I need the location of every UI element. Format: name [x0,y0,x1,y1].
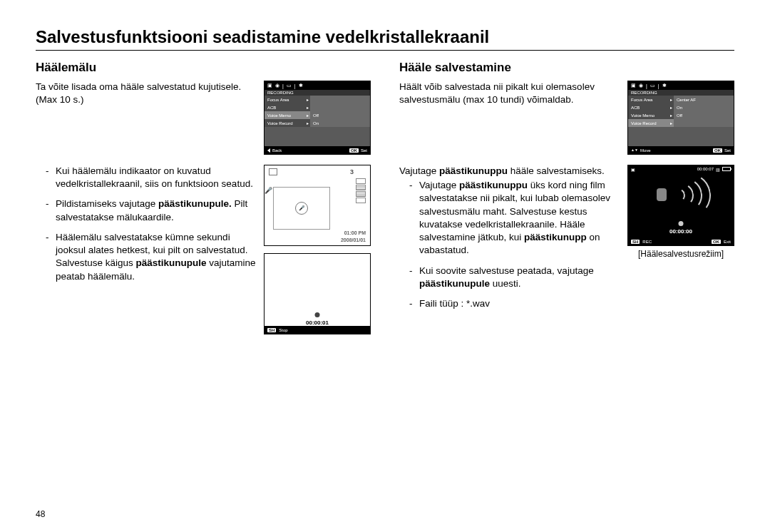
list-item: Vajutage päästikunuppu üks kord ning fil… [409,179,620,257]
menu-row: ACB▸On [628,103,734,111]
figure-caption: [Häälesalvestusrežiim] [638,249,724,259]
body-row-right: Vajutage päästikunuppu hääle salvestamis… [399,165,734,317]
menu-row: ACB▸ [265,103,370,111]
col-right: Hääle salvestamine Häält võib salvestada… [399,61,734,334]
lcd-top-icons: ▣ ◉ | ▭ | ✱ [628,81,734,90]
microphone-icon [657,188,667,201]
date-label: 2008/01/01 [341,237,366,242]
page-number: 48 [36,509,45,519]
lcd-footer: Back OKSet [265,146,370,154]
list-item: Häälemälu salvestatakse kümne sekundi jo… [46,231,257,283]
mode-icon [269,168,277,175]
gear-icon: ✱ [662,83,667,88]
battery-icon [722,167,731,171]
card-icon: ▥ [716,167,720,172]
elapsed-time: 00:00:07 [697,167,714,171]
lcd-menu-right: ▣ ◉ | ▭ | ✱ RECORDING Focus Area▸Center … [627,81,734,155]
intro-row-left: Ta võite lisada oma hääle salvestatud ku… [36,81,371,155]
timer-label: 00:00:00 [628,228,734,235]
shot-count: 3 [350,168,354,175]
lcd-menu-left: ▣ ◉ | ▭ | ✱ RECORDING Focus Area▸ ACB▸ V… [264,81,371,155]
menu-row-selected: Voice Record▸ [628,119,734,127]
sound-icon: ◉ [275,83,279,88]
lcd-recording: 00:00:01 SH Stop [264,253,371,334]
book-icon: ▭ [650,83,655,88]
rec-label: REC [642,240,652,244]
rec-mode-icon: ▣ [631,167,635,172]
back-icon [267,148,270,153]
quality-icons [356,178,366,204]
sound-icon: ◉ [639,83,643,88]
list-item: Pildistamiseks vajutage päästikunupule. … [46,198,257,223]
stop-label: Stop [279,328,287,332]
lcd-top-status: ▣ 00:00:07 ▥ [628,165,734,173]
list-item: Kui soovite salvestuse peatada, vajutage… [409,265,620,290]
sh-icon: SH [267,328,276,332]
menu-row: Voice Memo▸Off [628,111,734,119]
time-label: 01:00 PM [344,230,366,235]
ok-icon: OK [712,240,721,244]
menu-row-selected: Voice Memo▸Off [265,111,370,119]
heading-voice-record: Hääle salvestamine [399,61,734,75]
intro-text-right: Häält võib salvestada nii pikalt kui ole… [399,81,620,106]
ok-icon: OK [349,148,359,153]
body-row-left: Kui häälemälu indikaator on kuvatud vede… [36,165,371,334]
voice-icon: 🎤 [295,202,308,215]
lcd-voice-recording: ▣ 00:00:07 ▥ 00:00:00 SH [627,165,734,246]
menu-row: Focus Area▸ [265,96,370,103]
lcd-section-title: RECORDING [265,90,370,96]
ok-icon: OK [713,148,722,153]
camera-icon: ▣ [631,83,636,88]
gear-icon: ✱ [299,83,303,88]
move-icon: ▲▼ [631,149,638,151]
lcd-preview: 3 🎤 🎤 01:00 PM 2008/01/01 [264,165,371,246]
bullet-list-left: Kui häälemälu indikaator on kuvatud vede… [36,165,257,283]
columns: Häälemälu Ta võite lisada oma hääle salv… [36,61,734,334]
lead-text: Vajutage päästikunuppu hääle salvestamis… [399,165,620,178]
sh-icon: SH [631,240,640,244]
lcd-footer: SH Stop [265,326,370,334]
body-text-left: Kui häälemälu indikaator on kuvatud vede… [36,165,257,290]
record-dot-icon [679,221,684,226]
page-title: Salvestusfunktsiooni seadistamine vedelk… [36,27,734,47]
lcd-footer: SH REC OK Exit [628,237,734,245]
focus-frame: 🎤 [273,187,330,230]
intro-row-right: Häält võib salvestada nii pikalt kui ole… [399,81,734,155]
record-dot-icon [315,312,320,317]
body-text-right: Vajutage päästikunuppu hääle salvestamis… [399,165,620,317]
list-item: Faili tüüp : *.wav [409,297,620,310]
heading-voice-memo: Häälemälu [36,61,371,75]
menu-row: Focus Area▸Center AF [628,96,734,103]
bullet-list-right: Vajutage päästikunuppu üks kord ning fil… [399,179,620,310]
camera-icon: ▣ [267,83,272,88]
intro-text-left: Ta võite lisada oma hääle salvestatud ku… [36,81,257,106]
book-icon: ▭ [287,83,292,88]
col-left: Häälemälu Ta võite lisada oma hääle salv… [36,61,371,334]
exit-label: Exit [724,240,731,244]
lcd-section-title: RECORDING [628,90,734,96]
mic-icon: 🎤 [265,187,272,194]
menu-row: Voice Record▸On [265,119,370,127]
title-rule [36,50,734,51]
list-item: Kui häälemälu indikaator on kuvatud vede… [46,165,257,190]
lcd-top-icons: ▣ ◉ | ▭ | ✱ [265,81,370,90]
lcd-footer: ▲▼Move OKSet [628,146,734,154]
timer-label: 00:00:01 [265,319,370,326]
